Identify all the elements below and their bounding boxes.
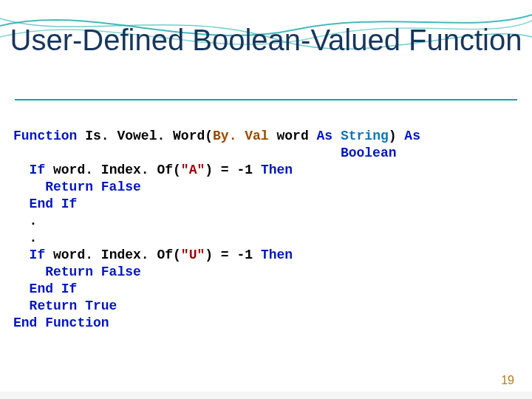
code-text: Is. Vowel. Word( (77, 129, 213, 143)
kw-as: As (317, 129, 333, 143)
code-dot: . (13, 231, 37, 245)
kw-endfunction: End Function (13, 316, 109, 330)
page-number: 19 (501, 374, 514, 387)
code-dot: . (13, 214, 37, 228)
kw-as: As (404, 129, 420, 143)
slide: User-Defined Boolean-Valued Function Fun… (0, 0, 532, 399)
kw-if: If (13, 163, 45, 177)
title-text: User-Defined Boolean-Valued Function (10, 24, 522, 56)
code-text: word (269, 129, 317, 143)
kw-then: Then (261, 248, 293, 262)
kw-return: Return False (13, 265, 141, 279)
code-pad (13, 146, 341, 160)
code-text: ) (389, 129, 405, 143)
str-literal: "U" (181, 248, 205, 262)
code-block: Function Is. Vowel. Word(By. Val word As… (13, 111, 519, 332)
bottom-bar (0, 392, 532, 399)
kw-byval: By. Val (213, 129, 269, 143)
title-underline (15, 99, 517, 100)
code-text (332, 129, 341, 143)
type-boolean: Boolean (341, 146, 397, 160)
kw-return: Return True (13, 299, 117, 313)
type-string: String (341, 129, 389, 143)
kw-function: Function (13, 129, 77, 143)
code-text: ) = -1 (205, 163, 261, 177)
slide-title: User-Defined Boolean-Valued Function (0, 24, 532, 56)
str-literal: "A" (181, 163, 205, 177)
code-text: word. Index. Of( (45, 248, 181, 262)
kw-if: If (13, 248, 45, 262)
kw-endif: End If (13, 197, 77, 211)
code-text: ) = -1 (205, 248, 261, 262)
kw-endif: End If (13, 282, 77, 296)
code-text: word. Index. Of( (45, 163, 181, 177)
kw-then: Then (261, 163, 293, 177)
kw-return: Return False (13, 180, 141, 194)
